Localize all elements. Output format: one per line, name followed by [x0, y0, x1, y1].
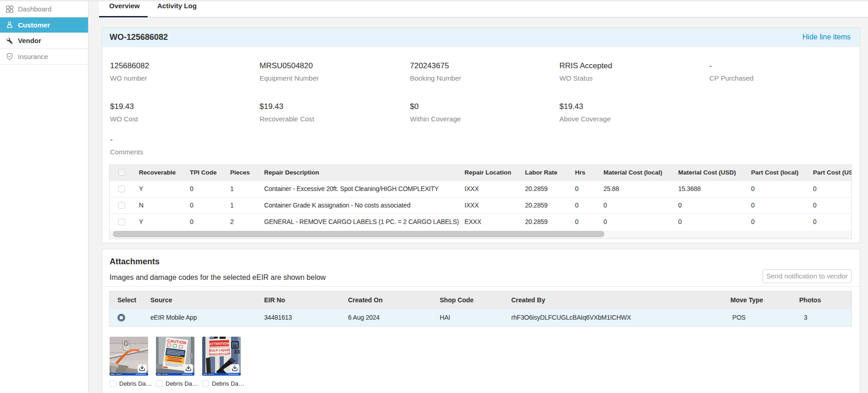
svg-text:ATTENTION: ATTENTION [210, 341, 229, 346]
svg-text:33: 33 [234, 349, 240, 355]
svg-text:ic: ic [233, 343, 237, 348]
